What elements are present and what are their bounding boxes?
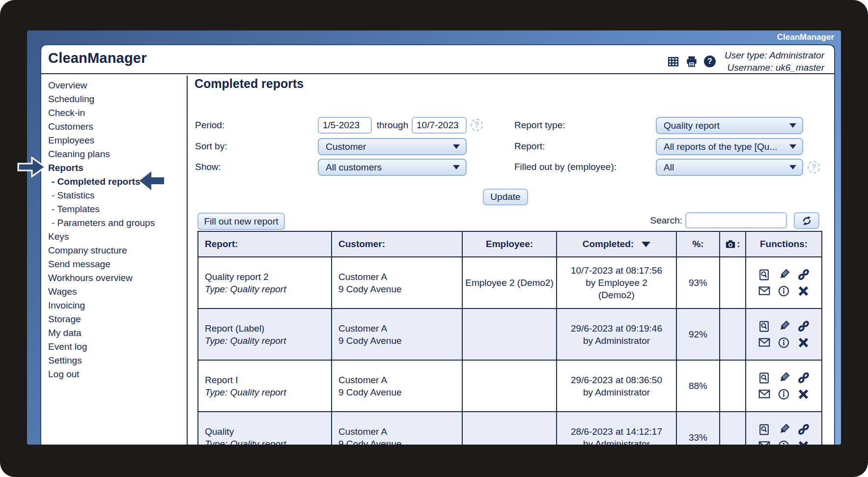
report-name[interactable]: Report I xyxy=(205,374,331,386)
report-select[interactable]: All reports of the type [Qu... xyxy=(656,138,803,155)
sidebar-item-invoicing[interactable]: Invoicing xyxy=(48,299,186,312)
email-icon[interactable] xyxy=(758,284,771,297)
completed-datetime: 29/6-2023 at 08:36:50 xyxy=(557,374,676,386)
col-header-employee: Employee: xyxy=(462,231,557,257)
col-header-report: Report: xyxy=(198,231,332,257)
sidebar-item-scheduling[interactable]: Scheduling xyxy=(48,92,186,106)
table-icon[interactable] xyxy=(667,55,680,68)
preview-icon[interactable] xyxy=(758,320,771,333)
percent-cell: 92% xyxy=(676,309,720,360)
period-from-input[interactable] xyxy=(318,117,372,134)
link-icon[interactable] xyxy=(797,423,810,436)
filled-out-by-select[interactable]: All xyxy=(656,159,803,176)
camera-icon xyxy=(725,239,736,250)
period-to-input[interactable] xyxy=(412,117,467,134)
device-frame: CleanManager CleanManager xyxy=(0,0,868,477)
sort-desc-icon[interactable] xyxy=(642,242,650,247)
period-help-icon[interactable]: ? xyxy=(471,119,483,131)
search-input[interactable] xyxy=(685,212,787,228)
through-label: through xyxy=(373,117,412,134)
sidebar-item-keys[interactable]: Keys xyxy=(48,230,186,244)
sidebar-item-log-out[interactable]: Log out xyxy=(48,367,186,381)
sort-by-select[interactable]: Customer xyxy=(318,138,467,155)
customer-name: Customer A xyxy=(338,271,462,283)
sidebar-item-employees[interactable]: Employees xyxy=(48,134,186,147)
report-name[interactable]: Report (Label) xyxy=(205,322,331,335)
app-panel: CleanManager ? U xyxy=(40,44,835,445)
email-icon[interactable] xyxy=(758,439,771,445)
employee-cell xyxy=(462,360,557,412)
sidebar-item-check-in[interactable]: Check-in xyxy=(48,106,186,120)
link-icon[interactable] xyxy=(797,320,810,333)
sidebar-item-parameters-and-groups[interactable]: - Parameters and groups xyxy=(48,216,186,230)
preview-icon[interactable] xyxy=(758,268,771,281)
email-icon[interactable] xyxy=(758,388,771,400)
chevron-down-icon xyxy=(789,165,796,169)
photos-cell xyxy=(720,257,746,309)
table-row: Quality report 2 Type: Quality report Cu… xyxy=(198,257,822,309)
sidebar-item-wages[interactable]: Wages xyxy=(48,285,186,299)
search-label: Search: xyxy=(614,212,682,229)
sidebar-item-settings[interactable]: Settings xyxy=(48,354,186,367)
update-button[interactable]: Update xyxy=(483,189,528,205)
app-logo: CleanManager xyxy=(48,50,147,66)
link-icon[interactable] xyxy=(797,268,810,281)
report-name[interactable]: Quality report 2 xyxy=(205,271,331,283)
completed-datetime: 29/6-2023 at 09:19:46 xyxy=(557,322,676,335)
delete-icon[interactable] xyxy=(797,284,810,297)
delete-icon[interactable] xyxy=(797,388,810,400)
period-label: Period: xyxy=(195,117,224,134)
info-icon[interactable] xyxy=(778,388,790,400)
header-toolbar: ? User type: Administrator Username: uk6… xyxy=(667,49,824,74)
refresh-button[interactable] xyxy=(794,212,819,229)
customer-name: Customer A xyxy=(338,374,462,386)
chevron-down-icon xyxy=(453,144,460,149)
sidebar-item-workhours-overview[interactable]: Workhours overview xyxy=(48,271,186,285)
sidebar-item-customers[interactable]: Customers xyxy=(48,120,186,134)
show-select[interactable]: All customers xyxy=(318,159,467,176)
sidebar-item-send-message[interactable]: Send message xyxy=(48,257,186,271)
email-icon[interactable] xyxy=(758,336,771,349)
delete-icon[interactable] xyxy=(797,336,810,349)
page-title: Completed reports xyxy=(195,77,304,91)
report-type-select[interactable]: Quality report xyxy=(656,117,803,134)
info-icon[interactable] xyxy=(778,284,790,297)
sidebar-item-templates[interactable]: - Templates xyxy=(48,202,186,216)
fill-out-new-report-button[interactable]: Fill out new report xyxy=(197,213,285,230)
info-icon[interactable] xyxy=(778,336,790,349)
sidebar-item-event-log[interactable]: Event log xyxy=(48,340,186,354)
chevron-down-icon xyxy=(789,144,796,149)
table-row: Report I Type: Quality report Customer A… xyxy=(198,360,822,412)
report-name[interactable]: Quality xyxy=(205,425,331,438)
sidebar-item-overview[interactable]: Overview xyxy=(48,79,186,92)
edit-icon[interactable] xyxy=(778,268,790,281)
employee-cell: Employee 2 (Demo2) xyxy=(462,257,557,309)
completed-by: by Administrator xyxy=(571,335,662,347)
header-divider xyxy=(41,73,834,74)
preview-icon[interactable] xyxy=(758,371,771,384)
employee-cell xyxy=(462,309,557,360)
completed-reports-table: Report: Customer: Employee: Completed: %… xyxy=(197,231,822,445)
report-type: Type: Quality report xyxy=(205,438,331,445)
link-icon[interactable] xyxy=(797,371,810,384)
info-icon[interactable] xyxy=(778,439,790,445)
col-header-percent: %: xyxy=(676,231,720,257)
edit-icon[interactable] xyxy=(778,423,790,436)
completed-by: by Administrator xyxy=(571,386,662,398)
sidebar-item-cleaning-plans[interactable]: Cleaning plans xyxy=(48,147,186,161)
edit-icon[interactable] xyxy=(778,320,790,333)
edit-icon[interactable] xyxy=(778,371,790,384)
help-icon[interactable]: ? xyxy=(703,55,716,68)
sidebar-item-company-structure[interactable]: Company structure xyxy=(48,244,186,257)
username: Username: uk6_master xyxy=(725,61,824,74)
sidebar-item-storage[interactable]: Storage xyxy=(48,312,186,326)
filled-out-help-icon[interactable]: ? xyxy=(808,161,820,173)
print-icon[interactable] xyxy=(685,55,698,68)
customer-address: 9 Cody Avenue xyxy=(338,438,462,445)
delete-icon[interactable] xyxy=(797,439,810,445)
preview-icon[interactable] xyxy=(758,423,771,436)
sidebar-divider xyxy=(187,76,188,445)
sort-by-label: Sort by: xyxy=(195,138,227,155)
col-header-completed[interactable]: Completed: xyxy=(557,231,676,257)
sidebar-item-my-data[interactable]: My data xyxy=(48,326,186,340)
